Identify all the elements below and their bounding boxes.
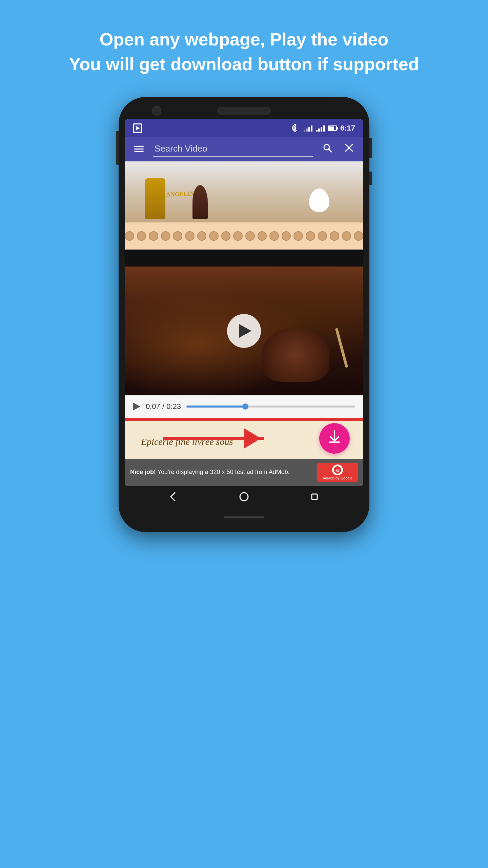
- play-triangle-icon: [239, 324, 251, 338]
- dot: [269, 231, 279, 241]
- download-icon: [327, 429, 342, 447]
- home-indicator: [224, 516, 264, 518]
- hamburger-line: [134, 151, 144, 152]
- ad-strip: Epicerie fine livrée sous: [125, 418, 363, 459]
- dot: [233, 231, 243, 241]
- search-input[interactable]: Search Video: [153, 141, 313, 157]
- arrow-line: [163, 437, 264, 440]
- dot: [282, 231, 291, 241]
- current-time-value: 0:07: [146, 402, 160, 411]
- phone-screen: 6:17 Search Video: [125, 119, 363, 486]
- admob-logo: a AdMob by Google: [317, 463, 358, 482]
- video-progress-fill: [186, 406, 245, 408]
- chocolate-scoop: [262, 328, 329, 382]
- egg-decoration: [309, 189, 329, 212]
- dot: [221, 231, 231, 241]
- cooking-image-area: ANGELINA: [125, 161, 363, 250]
- back-button[interactable]: [165, 488, 182, 508]
- video-progress-thumb[interactable]: [242, 403, 248, 410]
- dot: [258, 231, 267, 241]
- signal-icon-2: [316, 125, 325, 132]
- dot: [293, 231, 303, 241]
- phone-top-hardware: [125, 107, 363, 115]
- admob-bold: Nice job!: [130, 469, 156, 475]
- cooking-image-inner: ANGELINA: [125, 161, 363, 222]
- close-icon[interactable]: [342, 140, 357, 158]
- dot: [354, 231, 363, 241]
- status-right: 6:17: [292, 124, 355, 133]
- dot: [318, 231, 327, 241]
- download-fab-button[interactable]: [319, 423, 350, 454]
- dot: [330, 231, 339, 241]
- dot: [137, 231, 146, 241]
- dot: [306, 231, 315, 241]
- total-time-value: 0:23: [166, 402, 181, 411]
- svg-point-10: [240, 493, 248, 501]
- search-placeholder-text: Search Video: [155, 143, 207, 154]
- dot: [125, 231, 134, 241]
- dot: [161, 231, 170, 241]
- recents-button[interactable]: [306, 488, 323, 508]
- status-time: 6:17: [340, 124, 355, 133]
- dot: [245, 231, 255, 241]
- app-icon: [133, 123, 142, 133]
- header-block: Open any webpage, Play the video You wil…: [42, 27, 446, 77]
- status-left: [133, 123, 142, 133]
- hamburger-line: [134, 146, 144, 147]
- admob-banner: Nice job! You're displaying a 320 x 50 t…: [125, 459, 363, 486]
- phone-body: 6:17 Search Video: [119, 97, 369, 532]
- svg-text:a: a: [336, 467, 339, 473]
- dot: [342, 231, 351, 241]
- video-controls-bar: 0:07 / 0:23: [125, 395, 363, 418]
- admob-text: Nice job! You're displaying a 320 x 50 t…: [130, 469, 317, 476]
- power-button-2[interactable]: [369, 172, 372, 185]
- phone-navigation-bar: [125, 486, 363, 510]
- admob-google-label: AdMob by Google: [323, 476, 352, 480]
- phone-mockup: 6:17 Search Video: [119, 97, 369, 532]
- dot: [185, 231, 195, 241]
- svg-line-3: [329, 149, 331, 152]
- video-play-button[interactable]: [227, 314, 261, 348]
- phone-bottom: [125, 516, 363, 522]
- hamburger-menu-button[interactable]: [131, 143, 146, 155]
- power-button-1[interactable]: [369, 138, 372, 158]
- epicerie-text: Epicerie fine livrée sous: [133, 431, 304, 453]
- volume-button[interactable]: [116, 131, 119, 165]
- time-separator: /: [160, 402, 166, 411]
- app-toolbar: Search Video: [125, 137, 363, 161]
- battery-icon: [328, 125, 337, 131]
- decorative-dots-row: [125, 222, 363, 250]
- signal-icon: [304, 125, 312, 132]
- admob-logo-icon: a: [332, 465, 343, 475]
- bottle-decoration-2: [192, 185, 208, 219]
- play-small-button[interactable]: [133, 402, 140, 411]
- dot: [149, 231, 158, 241]
- video-progress-track[interactable]: [186, 406, 355, 408]
- bottle-decoration: ANGELINA: [145, 178, 165, 219]
- home-button[interactable]: [235, 488, 253, 508]
- header-line1: Open any webpage, Play the video: [69, 27, 419, 52]
- red-progress-bar: [125, 418, 363, 421]
- hamburger-line: [134, 149, 144, 150]
- arrow-pointer: [244, 428, 261, 449]
- black-divider: [125, 250, 363, 267]
- search-icon[interactable]: [320, 140, 335, 158]
- dot: [197, 231, 207, 241]
- svg-rect-11: [312, 494, 317, 499]
- front-camera: [152, 106, 161, 116]
- earpiece-speaker: [217, 107, 271, 115]
- admob-description: You're displaying a 320 x 50 test ad fro…: [158, 469, 290, 475]
- wifi-icon: [292, 125, 300, 131]
- dot: [173, 231, 182, 241]
- video-player[interactable]: [125, 267, 363, 395]
- dot: [209, 231, 219, 241]
- header-line2: You will get download button if supporte…: [69, 52, 419, 77]
- status-bar: 6:17: [125, 119, 363, 137]
- current-time: 0:07 / 0:23: [146, 402, 181, 411]
